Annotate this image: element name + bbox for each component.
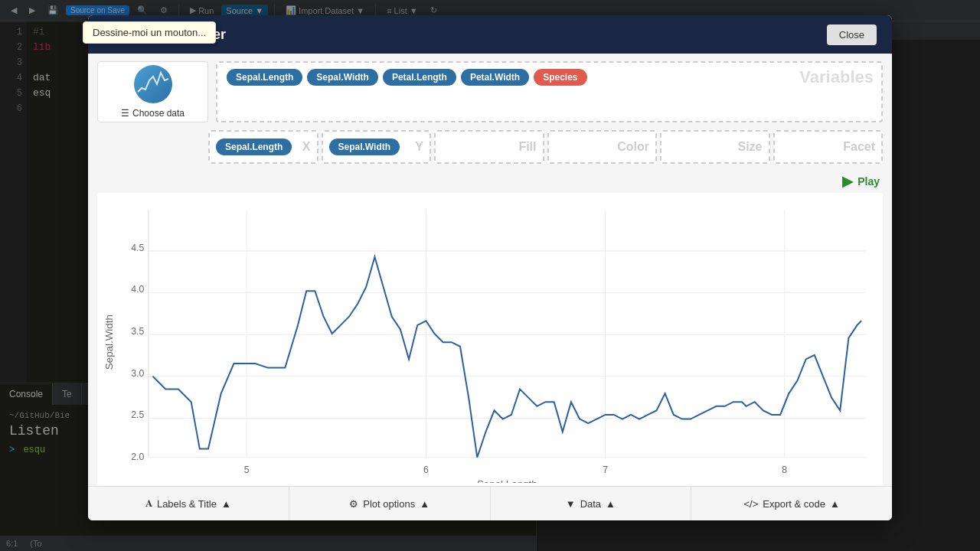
builder-modal: 🔧 ggplot2 builder Close ☰ Choose data [88,15,892,520]
x-label: X [302,140,311,154]
gear-icon: ⚙ [349,498,358,510]
svg-text:2.0: 2.0 [131,452,144,462]
aes-fill-box[interactable]: Fill [434,130,544,164]
export-code-button[interactable]: </> Export & code ▲ [691,487,892,520]
variables-label: Variables [799,67,874,87]
svg-text:Sepal.Length: Sepal.Length [477,478,537,483]
svg-text:4.0: 4.0 [131,284,144,295]
code-icon: </> [743,498,758,510]
var-tag-sepal-width[interactable]: Sepal.Width [307,69,378,86]
close-button[interactable]: Close [827,24,877,45]
facet-label: Facet [843,140,875,154]
data-preview: ☰ Choose data [97,61,208,122]
up-arrow-export: ▲ [830,498,840,510]
var-tag-sepal-length[interactable]: Sepal.Length [227,69,302,86]
svg-text:2.5: 2.5 [131,409,144,420]
svg-text:4.5: 4.5 [131,243,144,253]
var-tag-petal-width[interactable]: Petal.Width [461,69,529,86]
builder-footer: 𝐀 Labels & Title ▲ ⚙ Plot options ▲ ▼ Da… [88,486,892,520]
svg-text:7: 7 [603,465,608,475]
play-button[interactable]: ▶ Play [842,173,880,190]
color-label: Color [617,140,649,154]
var-tag-species[interactable]: Species [534,69,586,86]
aes-y-tag[interactable]: Sepal.Width [329,139,400,155]
chart-svg: Sepal.Width 2.0 2.5 3.0 3.5 4.0 4.5 5 [97,193,883,483]
variable-tags: Sepal.Length Sepal.Width Petal.Length Pe… [227,69,872,86]
svg-text:5: 5 [244,465,250,475]
data-circle-preview [134,65,172,103]
up-arrow-plot: ▲ [420,498,430,510]
up-arrow-data: ▲ [606,498,616,510]
modal-overlay: 🔧 ggplot2 builder Close ☰ Choose data [0,0,980,551]
tooltip: Dessine-moi un mouton... [83,21,216,44]
aes-y-box[interactable]: Sepal.Width Y [322,130,432,164]
play-icon: ▶ [842,173,853,190]
up-arrow-labels: ▲ [221,498,231,510]
svg-text:6: 6 [423,465,429,475]
database-icon: ☰ [121,108,129,119]
aes-x-tag[interactable]: Sepal.Length [216,139,292,155]
plot-options-button[interactable]: ⚙ Plot options ▲ [289,487,491,520]
choose-data-button[interactable]: ☰ Choose data [121,108,185,119]
aes-x-box[interactable]: Sepal.Length X [208,130,318,164]
variables-area: ☰ Choose data Variables Sepal.Length Sep… [88,54,892,130]
y-label: Y [415,140,423,154]
y-axis-label: Sepal.Width [103,315,115,370]
svg-text:8: 8 [782,465,787,475]
chart-area: Sepal.Width 2.0 2.5 3.0 3.5 4.0 4.5 5 [97,193,883,486]
aesthetics-row: Sepal.Length X Sepal.Width Y Fill Color … [88,130,892,170]
svg-text:3.5: 3.5 [131,326,144,337]
aes-facet-box[interactable]: Facet [773,130,884,164]
data-button[interactable]: ▼ Data ▲ [491,487,692,520]
play-row: ▶ Play [88,170,892,193]
aes-color-box[interactable]: Color [547,130,658,164]
fill-label: Fill [518,140,536,154]
svg-text:3.0: 3.0 [131,368,144,379]
size-label: Size [737,140,762,154]
variables-panel[interactable]: Variables Sepal.Length Sepal.Width Petal… [216,61,883,122]
filter-icon: ▼ [566,498,576,510]
var-tag-petal-length[interactable]: Petal.Length [383,69,456,86]
aes-size-box[interactable]: Size [660,130,770,164]
font-icon: 𝐀 [145,497,152,510]
labels-title-button[interactable]: 𝐀 Labels & Title ▲ [88,487,289,520]
